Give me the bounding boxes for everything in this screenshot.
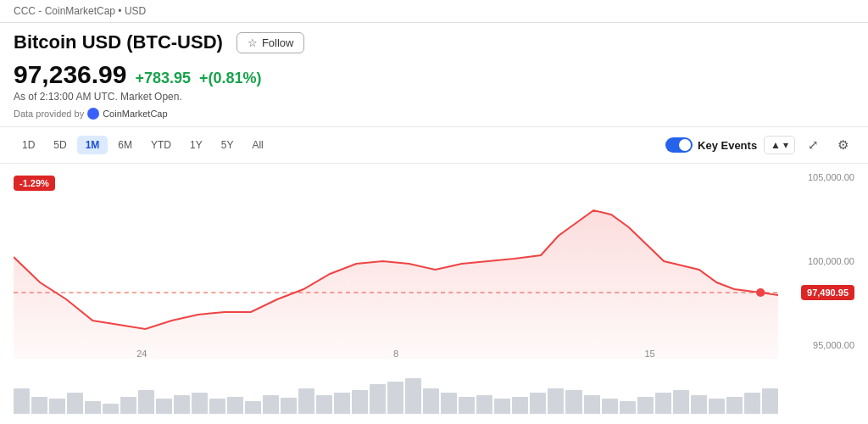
volume-bar [281,398,297,414]
chart-svg-container [14,164,778,359]
market-timestamp: As of 2:13:00 AM UTC. Market Open. [14,91,182,103]
x-label-8: 8 [393,349,398,359]
tf-ytd[interactable]: YTD [142,136,180,154]
volume-bar [387,382,403,414]
volume-bar [227,397,243,414]
chart-inner: -1.29% 105,000 [14,164,854,414]
area-fill [14,210,778,359]
header-row: Bitcoin USD (BTC-USD) ☆ Follow [0,23,868,59]
volume-bar [209,399,225,414]
gear-icon: ⚙ [837,137,849,152]
volume-bar [709,399,725,414]
volume-bar [762,388,778,414]
volume-bar [14,388,30,414]
toggle-container: Key Events [665,137,757,153]
volume-bar [156,399,172,414]
price-main: 97,236.99 [14,60,126,89]
timeframe-group: 1D 5D 1M 6M YTD 1Y 5Y All [14,136,665,154]
y-label-mid: 100,000.00 [787,256,854,266]
volume-bar [423,388,439,414]
y-label-low: 95,000.00 [787,340,854,350]
right-controls: Key Events ▲ ▾ ⤢ ⚙ [665,134,854,156]
volume-bar [476,395,492,414]
volume-bar [138,390,154,414]
y-axis-labels: 105,000.00 100,000.00 95,000.00 [787,164,854,359]
data-provider: Data provided by CoinMarketCap [0,108,868,126]
volume-bar [31,397,47,414]
tf-5d[interactable]: 5D [45,136,75,154]
volume-bar [316,395,332,414]
volume-bar [352,390,368,414]
top-bar: CCC - CoinMarketCap • USD [0,0,868,23]
percentage-badge: -1.29% [14,176,55,191]
volume-bar [85,401,101,414]
follow-label: Follow [262,36,294,49]
market-status: As of 2:13:00 AM UTC. Market Open. [0,89,868,108]
volume-bar [494,399,510,414]
volume-bar [441,393,457,414]
price-row: 97,236.99 +783.95 +(0.81%) [0,59,868,89]
volume-bar [620,401,636,414]
expand-button[interactable]: ⤢ [802,134,825,156]
follow-button[interactable]: ☆ Follow [236,32,305,53]
chart-controls: 1D 5D 1M 6M YTD 1Y 5Y All Key Events ▲ ▾… [0,127,868,164]
volume-bar [637,397,654,414]
volume-bar [691,395,707,414]
volume-bar [120,397,136,414]
toggle-knob [679,139,691,151]
page-title: Bitcoin USD (BTC-USD) [14,31,223,53]
breadcrumb: CCC - CoinMarketCap • USD [14,5,146,17]
x-label-24: 24 [136,349,147,359]
volume-bar [512,397,528,414]
price-change-abs: +783.95 [135,70,191,87]
volume-bar [405,378,421,414]
x-axis-labels: 24 8 15 [14,349,778,359]
volume-bar [673,390,689,414]
volume-bar [103,404,119,414]
chart-area: -1.29% 105,000 [0,164,868,414]
price-chart-svg [14,164,778,359]
volume-bar [548,388,564,414]
mountain-icon: ▲ [771,139,781,151]
volume-bars-container [14,367,778,414]
volume-bar [655,393,671,414]
price-change-pct: +(0.81%) [199,70,262,87]
tf-1d[interactable]: 1D [14,136,43,154]
expand-icon: ⤢ [808,137,819,152]
settings-button[interactable]: ⚙ [832,134,854,156]
volume-bar [192,393,208,414]
volume-bar [174,395,190,414]
provider-name: CoinMarketCap [103,109,167,119]
tf-1y[interactable]: 1Y [181,136,211,154]
volume-bar [726,397,743,414]
volume-bar [744,393,760,414]
star-icon: ☆ [248,36,258,49]
volume-bar [334,393,350,414]
volume-bar [67,393,83,414]
tf-5y[interactable]: 5Y [213,136,242,154]
cmc-logo-circle [87,108,99,120]
volume-bar [459,397,475,414]
key-events-label: Key Events [698,139,757,152]
volume-bar [602,399,618,414]
tf-1m[interactable]: 1M [77,136,108,154]
last-price-dot [756,288,765,297]
price-label-badge: 97,490.95 [801,285,854,300]
chart-type-button[interactable]: ▲ ▾ [764,136,795,154]
provider-label: Data provided by [14,109,84,119]
tf-6m[interactable]: 6M [109,136,141,154]
volume-bar [370,384,386,414]
volume-bar [530,393,546,414]
volume-bar [298,388,314,414]
volume-bar [263,395,279,414]
x-label-15: 15 [645,349,655,359]
y-label-high: 105,000.00 [787,172,854,182]
volume-bar [245,401,261,414]
volume-bar [49,399,65,414]
volume-bar [584,395,600,414]
tf-all[interactable]: All [243,136,271,154]
key-events-toggle[interactable] [665,137,693,153]
volume-bar [565,390,581,414]
chevron-down-icon: ▾ [783,139,788,151]
